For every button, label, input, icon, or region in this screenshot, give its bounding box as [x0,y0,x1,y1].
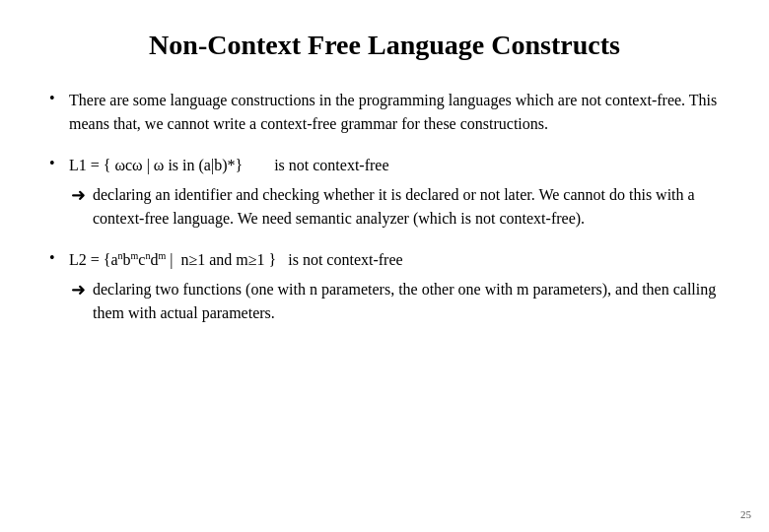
bullet-section-1: • There are some language constructions … [49,89,720,136]
bullet-text-2: L1 = { ωcω | ω is in (a|b)*} is not cont… [69,154,389,177]
page-number: 25 [740,508,751,520]
arrow-text-1: declaring an identifier and checking whe… [93,183,720,231]
arrow-icon-2: ➜ [71,278,93,300]
arrow-icon-1: ➜ [71,183,93,206]
bullet-dot-2: • [49,154,69,172]
arrow-item-2: ➜ declaring two functions (one with n pa… [49,278,720,325]
bullet-dot-3: • [49,248,69,267]
arrow-text-2: declaring two functions (one with n para… [93,278,720,325]
bullet-item-3: • L2 = {anbmcndm | n≥1 and m≥1 } is not … [49,248,720,272]
slide: Non-Context Free Language Constructs • T… [0,0,769,532]
bullet-dot-1: • [49,89,69,107]
arrow-item-1: ➜ declaring an identifier and checking w… [49,183,720,231]
bullet-text-3: L2 = {anbmcndm | n≥1 and m≥1 } is not co… [69,248,403,272]
bullet-section-2: • L1 = { ωcω | ω is in (a|b)*} is not co… [49,154,720,231]
bullet-item-1: • There are some language constructions … [49,89,720,136]
bullet-item-2: • L1 = { ωcω | ω is in (a|b)*} is not co… [49,154,720,177]
bullet-text-1: There are some language constructions in… [69,89,720,136]
slide-title: Non-Context Free Language Constructs [49,30,720,61]
bullet-section-3: • L2 = {anbmcndm | n≥1 and m≥1 } is not … [49,248,720,325]
